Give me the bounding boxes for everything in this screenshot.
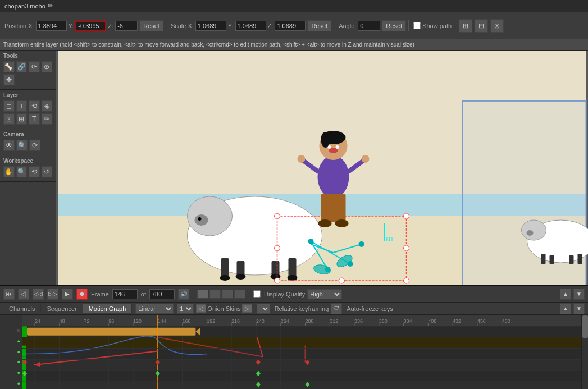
- onion-controls: ◁ Onion Skins ▷ ▼: [196, 304, 270, 314]
- show-path-checkbox-label[interactable]: Show path: [413, 22, 452, 29]
- view-btn-1[interactable]: [197, 290, 208, 299]
- layer-tool-3[interactable]: ⟲: [29, 100, 40, 112]
- svg-rect-62: [22, 359, 581, 370]
- display-quality-checkbox[interactable]: [253, 290, 261, 298]
- view-btn-4[interactable]: [234, 290, 245, 299]
- position-x-input[interactable]: [36, 21, 67, 31]
- onion-prev[interactable]: ◁: [196, 304, 206, 313]
- bone-tool-5[interactable]: ✥: [3, 74, 15, 85]
- main-area: Tools 🦴 🔗 ⟳ ⊕ ✥ Layer ◻ + ⟲ ◈ ⊡ ⊞ T: [0, 51, 588, 285]
- position-z-input[interactable]: [115, 21, 138, 31]
- layer-section: Layer ◻ + ⟲ ◈ ⊡ ⊞ T ✏: [0, 90, 56, 129]
- channel-select[interactable]: 1: [177, 304, 194, 314]
- svg-text:336: 336: [354, 318, 363, 324]
- onion-next[interactable]: ▷: [242, 304, 252, 313]
- layer-tool-7[interactable]: T: [29, 113, 40, 125]
- view-btn-3[interactable]: [222, 290, 233, 299]
- scrollbar-thumb[interactable]: [582, 315, 588, 338]
- svg-point-47: [298, 155, 306, 163]
- bone-tool-1[interactable]: 🦴: [3, 61, 15, 72]
- frame-input[interactable]: [112, 289, 138, 299]
- tl-right-controls: ▲ ▼: [560, 289, 585, 300]
- svg-text:24: 24: [35, 318, 40, 324]
- timeline-labels: 0 ● ● ● ● ●: [0, 315, 22, 389]
- sequencer-tab[interactable]: Sequencer: [41, 304, 83, 313]
- svg-text:72: 72: [84, 318, 89, 324]
- reset3-button[interactable]: Reset: [382, 20, 406, 31]
- show-path-checkbox[interactable]: [413, 22, 421, 29]
- workspace-tool-3[interactable]: ⟲: [29, 166, 40, 177]
- bone-tool-4[interactable]: ⊕: [42, 61, 53, 72]
- svg-point-54: [527, 230, 534, 236]
- view-btn-2[interactable]: [209, 290, 221, 299]
- motion-graph-tab[interactable]: Motion Graph: [83, 304, 133, 313]
- of-label: of: [141, 291, 146, 298]
- svg-point-30: [308, 239, 314, 244]
- workspace-section: Workspace ✋ 🔍 ⟲ ↺: [0, 155, 56, 182]
- icon-btn-1[interactable]: ⊞: [459, 19, 472, 33]
- svg-rect-63: [22, 370, 581, 382]
- relative-kf-label: Relative keyframing: [275, 305, 329, 312]
- expand-up-button[interactable]: ▲: [560, 289, 571, 300]
- timeline-scrollbar[interactable]: [581, 315, 588, 389]
- tl-down-button[interactable]: ▼: [573, 303, 585, 314]
- tl-tabs-right: ▲ ▼: [560, 303, 585, 314]
- display-quality-select[interactable]: High Medium Low: [307, 289, 342, 299]
- scale-x-input[interactable]: [195, 21, 226, 31]
- step-forward-button[interactable]: ▷▷: [47, 289, 58, 300]
- icon-btn-2[interactable]: ⊟: [475, 19, 488, 33]
- svg-text:408: 408: [428, 318, 436, 324]
- display-quality-label: Display Quality High Medium Low: [264, 289, 342, 299]
- camera-section: Camera 👁 🔍 ⟳: [0, 129, 56, 155]
- canvas-area[interactable]: B1: [56, 51, 588, 285]
- layer-tool-4[interactable]: ◈: [42, 100, 53, 112]
- camera-tool-2[interactable]: 🔍: [16, 140, 28, 151]
- step-back-button[interactable]: ◁◁: [33, 289, 44, 300]
- camera-tool-3[interactable]: ⟳: [29, 140, 40, 151]
- svg-point-38: [318, 155, 349, 198]
- scale-y-input[interactable]: [235, 21, 266, 31]
- svg-point-41: [321, 132, 330, 148]
- svg-text:384: 384: [404, 318, 412, 324]
- record-button[interactable]: ⏺: [76, 289, 88, 300]
- bone-tool-3[interactable]: ⟳: [29, 61, 40, 72]
- layer-tool-2[interactable]: +: [16, 100, 28, 112]
- bone-tools-row: 🦴 🔗 ⟳ ⊕: [3, 61, 52, 72]
- play-button[interactable]: ▶: [62, 289, 73, 300]
- svg-text:480: 480: [502, 318, 510, 324]
- position-label: Position: [4, 22, 26, 29]
- workspace-tools-row: ✋ 🔍 ⟲ ↺: [3, 166, 52, 177]
- total-frames-input[interactable]: [149, 289, 175, 299]
- svg-rect-56: [550, 255, 554, 264]
- ruler-spacer: [0, 315, 22, 326]
- expand-down-button[interactable]: ▼: [573, 289, 585, 300]
- bone-tool-2[interactable]: 🔗: [16, 61, 28, 72]
- workspace-tool-1[interactable]: ✋: [3, 166, 15, 177]
- workspace-tool-2[interactable]: 🔍: [16, 166, 28, 177]
- layer-tool-8[interactable]: ✏: [42, 113, 53, 125]
- scale-z-input[interactable]: [275, 21, 306, 31]
- tools-title: Tools: [3, 53, 52, 59]
- interpolation-select[interactable]: Linear Smooth Ease In Ease Out: [135, 304, 174, 314]
- label-row3: ●: [0, 347, 22, 358]
- reset2-button[interactable]: Reset: [307, 20, 331, 31]
- go-start-button[interactable]: ⏮: [3, 289, 15, 300]
- icon-btn-3[interactable]: ⊠: [490, 19, 504, 33]
- svg-text:120: 120: [133, 318, 142, 324]
- layer-tool-5[interactable]: ⊡: [3, 113, 15, 125]
- angle-input[interactable]: [358, 21, 380, 31]
- sound-button[interactable]: 🔊: [178, 289, 189, 300]
- svg-point-51: [335, 219, 349, 227]
- onion-select[interactable]: ▼: [257, 304, 270, 314]
- position-y-input[interactable]: [75, 21, 106, 31]
- tl-up-button[interactable]: ▲: [560, 303, 571, 314]
- workspace-tool-4[interactable]: ↺: [42, 166, 53, 177]
- channels-tab[interactable]: Channels: [3, 304, 41, 313]
- layer-tool-1[interactable]: ◻: [3, 100, 15, 112]
- layer-tool-6[interactable]: ⊞: [16, 113, 28, 125]
- relative-kf-icon[interactable]: 🛡: [331, 303, 342, 314]
- prev-key-button[interactable]: ◁|: [18, 289, 29, 300]
- svg-point-21: [275, 245, 280, 251]
- reset1-button[interactable]: Reset: [139, 20, 163, 31]
- camera-tool-1[interactable]: 👁: [3, 140, 15, 151]
